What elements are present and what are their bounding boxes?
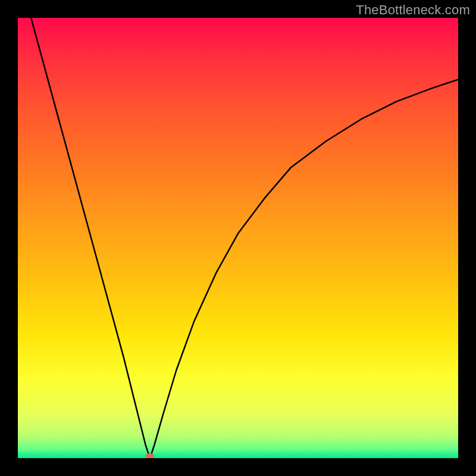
bottleneck-curve bbox=[18, 18, 458, 458]
chart-frame: TheBottleneck.com bbox=[0, 0, 476, 476]
watermark-text: TheBottleneck.com bbox=[356, 2, 470, 18]
plot-area bbox=[18, 18, 458, 458]
optimum-marker bbox=[146, 453, 154, 458]
